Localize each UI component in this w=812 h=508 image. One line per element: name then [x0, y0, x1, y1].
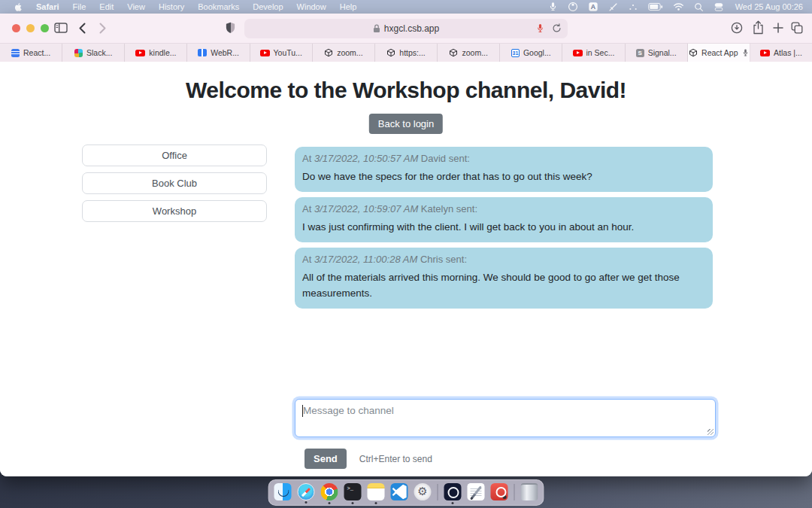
codesandbox-icon	[449, 48, 458, 57]
tab-atlas[interactable]: Atlas |...	[750, 44, 812, 62]
control-center-icon[interactable]	[714, 2, 724, 12]
battery-icon[interactable]	[648, 2, 663, 11]
message-timestamp: 3/17/2022, 10:59:07 AM	[314, 203, 418, 214]
menu-bar: Safari File Edit View History Bookmarks …	[0, 0, 812, 14]
dock-icon-obs[interactable]	[444, 483, 462, 500]
dock-icon-textedit[interactable]	[468, 483, 485, 500]
channel-button-book-club[interactable]: Book Club	[82, 172, 267, 194]
dots-icon[interactable]	[628, 2, 638, 12]
tab-react-app-active[interactable]: React App	[688, 44, 750, 62]
tab-overview-icon[interactable]	[791, 22, 803, 37]
minimize-window-button[interactable]	[26, 24, 35, 32]
codesandbox-icon	[689, 48, 698, 57]
obs-status-icon[interactable]	[568, 2, 578, 12]
youtube-icon	[573, 50, 583, 56]
codesandbox-icon	[324, 48, 333, 57]
close-window-button[interactable]	[12, 24, 20, 32]
channel-button-workshop[interactable]: Workshop	[82, 200, 267, 222]
menu-status-area: A Wed 25 Aug 00:26	[548, 2, 803, 12]
input-source-icon[interactable]: A	[588, 2, 598, 12]
dock-icon-chrome[interactable]	[321, 483, 338, 500]
send-button[interactable]: Send	[304, 449, 347, 469]
signal-icon: S	[636, 49, 644, 57]
message-input[interactable]	[295, 399, 716, 437]
tab-slack[interactable]: Slack...	[62, 44, 125, 62]
menu-develop[interactable]: Develop	[246, 0, 289, 14]
back-to-login-button[interactable]: Back to login	[369, 114, 443, 134]
microphone-icon[interactable]	[548, 2, 558, 12]
svg-text:A: A	[591, 3, 596, 11]
apple-menu-icon[interactable]	[14, 2, 23, 12]
tab-youtube[interactable]: YouTu...	[250, 44, 313, 62]
tab-zoom-2[interactable]: zoom...	[438, 44, 500, 62]
menu-clock[interactable]: Wed 25 Aug 00:26	[735, 2, 803, 11]
tab-react-docs[interactable]: React...	[0, 44, 62, 62]
menu-file[interactable]: File	[66, 0, 93, 14]
google-calendar-icon: 31	[511, 49, 520, 57]
slack-icon	[74, 49, 83, 57]
channel-button-office[interactable]: Office	[82, 144, 267, 166]
pencil-slash-icon[interactable]	[608, 2, 618, 12]
new-tab-icon[interactable]	[773, 23, 783, 36]
menu-view[interactable]: View	[120, 0, 152, 14]
menu-edit[interactable]: Edit	[92, 0, 120, 14]
tab-microphone-icon[interactable]	[536, 23, 544, 37]
reload-icon[interactable]	[552, 23, 562, 37]
wifi-icon[interactable]	[673, 2, 684, 11]
send-row: Send Ctrl+Enter to send	[304, 449, 432, 469]
message-text: I was just confirming with the client. I…	[302, 220, 705, 236]
safari-window: hxgcl.csb.app	[0, 14, 812, 476]
dock-icon-terminal[interactable]: >_	[344, 483, 362, 500]
downloads-icon[interactable]	[731, 22, 743, 37]
menu-window[interactable]: Window	[290, 0, 333, 14]
menu-help[interactable]: Help	[333, 0, 364, 14]
sidebar-toggle-icon[interactable]	[54, 22, 68, 37]
tab-google-calendar[interactable]: 31Googl...	[500, 44, 562, 62]
page-title: Welcome to the Workshop channel, David!	[0, 78, 812, 103]
dock-icon-finder[interactable]	[274, 483, 292, 500]
tab-webr[interactable]: WebR...	[187, 44, 250, 62]
back-button-icon[interactable]	[78, 23, 86, 37]
message-meta: At 3/17/2022, 10:59:07 AM Katelyn sent:	[302, 203, 705, 214]
chat-message: At 3/17/2022, 10:59:07 AM Katelyn sent: …	[295, 197, 713, 242]
tab-kindle[interactable]: kindle...	[125, 44, 187, 62]
menu-bookmarks[interactable]: Bookmarks	[191, 0, 246, 14]
dock-icon-vscode[interactable]	[391, 483, 408, 500]
tab-https[interactable]: https:...	[375, 44, 438, 62]
message-text: Do we have the specs for the order that …	[302, 169, 705, 185]
youtube-icon	[135, 50, 145, 56]
menu-history[interactable]: History	[152, 0, 191, 14]
privacy-shield-icon[interactable]	[225, 21, 236, 38]
youtube-icon	[260, 50, 270, 56]
message-list: At 3/17/2022, 10:50:57 AM David sent: Do…	[295, 147, 713, 314]
message-text: All of the materials arrived this mornin…	[302, 270, 705, 302]
menu-safari[interactable]: Safari	[29, 0, 66, 14]
message-timestamp: 3/17/2022, 10:50:57 AM	[314, 153, 418, 164]
dock-icon-system-settings[interactable]: ⚙	[414, 483, 432, 500]
page-content: Welcome to the Workshop channel, David! …	[0, 62, 812, 476]
dock: >_ ⚙	[268, 479, 544, 506]
zoom-window-button[interactable]	[41, 24, 49, 32]
dock-icon-safari[interactable]	[298, 483, 315, 500]
address-bar[interactable]: hxgcl.csb.app	[244, 19, 568, 38]
resize-grip[interactable]	[707, 429, 714, 435]
browser-toolbar: hxgcl.csb.app	[0, 14, 812, 43]
message-meta: At 3/17/2022, 10:50:57 AM David sent:	[302, 153, 705, 164]
forward-button-icon[interactable]	[98, 23, 107, 37]
dock-icon-photo-booth[interactable]	[491, 483, 508, 500]
tab-signal[interactable]: SSignal...	[626, 44, 688, 62]
text-caret	[302, 405, 303, 417]
tab-zoom-1[interactable]: zoom...	[313, 44, 375, 62]
tab-in-sec[interactable]: in Sec...	[562, 44, 625, 62]
dock-icon-trash[interactable]	[521, 483, 538, 500]
dock-separator	[438, 484, 438, 500]
share-icon[interactable]	[753, 20, 764, 38]
message-composer	[295, 399, 716, 437]
tab-audio-mic-icon[interactable]	[742, 48, 749, 57]
message-sender: Chris	[420, 254, 443, 265]
dock-icon-notes[interactable]	[368, 483, 385, 500]
codesandbox-icon	[386, 48, 395, 57]
channel-list: Office Book Club Workshop	[82, 144, 267, 228]
spotlight-search-icon[interactable]	[694, 2, 704, 12]
message-sender: Katelyn	[421, 203, 453, 214]
